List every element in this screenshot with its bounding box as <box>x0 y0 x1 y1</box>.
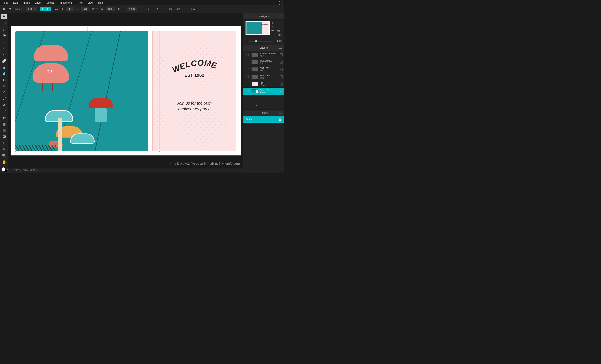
nav-h-label: H: <box>271 34 274 36</box>
layer-grip-icon[interactable]: ⋮⋮ <box>245 68 250 70</box>
layer-name: EST 1962.. <box>260 67 278 69</box>
tool-crop[interactable] <box>1 39 7 44</box>
menu-filter[interactable]: Filter <box>74 0 85 5</box>
foreground-color-swatch[interactable] <box>1 167 6 171</box>
selection-outline[interactable] <box>15 31 160 151</box>
history-item[interactable]: Open 📋 <box>243 116 284 123</box>
history-minimize-icon[interactable]: — <box>279 112 282 115</box>
tool-sponge[interactable]: ☀ <box>1 84 7 89</box>
duplicate-icon[interactable]: ⧉ <box>168 7 173 11</box>
layer-type: Text <box>260 55 278 57</box>
layer-visibility-toggle[interactable]: ✓ <box>280 61 282 63</box>
aspect-fixed-button[interactable]: FIXED <box>26 7 37 11</box>
zoom-slider[interactable] <box>249 41 272 41</box>
pos-y-value[interactable]: 40 <box>81 7 89 11</box>
size-w-value[interactable]: 1200 <box>106 7 115 11</box>
est-text: EST 1962 <box>184 73 204 78</box>
swap-colors-icon[interactable]: ⇆ <box>6 168 8 170</box>
tool-liquify[interactable]: 〰 <box>1 52 7 57</box>
move-tool-icon[interactable] <box>9 7 12 11</box>
aspect-free-button[interactable]: FREE <box>40 7 51 11</box>
layer-item[interactable]: ⋮⋮ PinkShape ✓ <box>243 80 284 88</box>
tool-gradient[interactable]: ▦ <box>1 122 7 126</box>
home-icon[interactable] <box>2 7 6 11</box>
tool-clone[interactable] <box>1 65 7 69</box>
tool-eyedropper[interactable] <box>1 90 7 95</box>
tool-cutout[interactable]: ✂ <box>1 46 7 50</box>
tool-pen[interactable]: ✎ <box>1 147 7 152</box>
layer-type: Shape <box>260 77 278 79</box>
pos-x-value[interactable]: 40 <box>66 7 74 11</box>
layer-visibility-toggle[interactable]: ✓ <box>280 83 282 86</box>
layer-grip-icon[interactable]: ⋮⋮ <box>245 61 250 63</box>
tool-brush[interactable]: 🖌 <box>1 97 7 101</box>
nav-h-value: 1080 <box>276 34 280 36</box>
settings-gear-icon[interactable]: ⚙▾ <box>190 7 196 11</box>
tool-zoom[interactable]: 🔍 <box>1 153 7 158</box>
tool-replace-color[interactable] <box>1 109 7 114</box>
zoom-in-icon[interactable]: + <box>274 40 276 42</box>
undo-icon[interactable]: ↶ <box>147 7 152 11</box>
layer-visibility-toggle[interactable]: ✓ <box>280 75 282 78</box>
layer-item[interactable]: ⋮⋮ Pink crossShape ✓ <box>243 73 284 80</box>
menu-file[interactable]: File <box>2 0 11 5</box>
navigate-thumbnail[interactable]: WELCOME <box>245 21 270 35</box>
layer-add-icon[interactable]: ＋ <box>262 103 265 108</box>
welcome-text: WELCOME <box>171 58 218 71</box>
tool-marquee[interactable]: ▢ <box>1 20 7 25</box>
layers-minimize-icon[interactable]: — <box>279 47 282 50</box>
layer-up-icon[interactable]: ︿ <box>255 103 258 108</box>
resize-handle-tr[interactable] <box>159 30 160 32</box>
layer-visibility-toggle[interactable]: ✓ <box>280 53 282 56</box>
layer-item[interactable]: ⋮⋮ EST 1962..Text ✓ <box>243 66 284 73</box>
color-swatches[interactable]: ⇆ <box>1 167 7 173</box>
menu-adjustment[interactable]: Adjustment <box>56 0 74 5</box>
resize-handle-bl[interactable] <box>15 150 16 152</box>
panel-toggle-icon[interactable]: ❯ <box>277 0 282 5</box>
navigate-minimize-icon[interactable]: — <box>279 15 282 18</box>
tool-wand[interactable]: ✨ <box>1 33 7 38</box>
resize-handle-br[interactable] <box>159 150 160 152</box>
tool-hand[interactable]: ✋ <box>1 160 7 164</box>
pink-panel[interactable]: WELCOME EST 1962 Join us for the 60th an… <box>152 31 236 151</box>
layer-visibility-toggle[interactable]: ✓ <box>280 90 282 93</box>
resize-handle-tl[interactable] <box>15 30 16 32</box>
menubar: File Edit Image Layer Select Adjustment … <box>0 0 284 5</box>
layer-name: Join us for the 60t… <box>260 52 278 55</box>
size-h-value[interactable]: 1000 <box>127 7 137 11</box>
tool-dodge[interactable]: ◐ <box>1 78 7 82</box>
tool-lasso[interactable] <box>1 27 7 31</box>
tool-fill[interactable]: ◆▾ <box>1 115 7 120</box>
layer-grip-icon[interactable]: ⋮⋮ <box>245 54 250 56</box>
tool-shape[interactable]: ▧ <box>1 128 7 133</box>
menu-layer[interactable]: Layer <box>33 0 44 5</box>
tool-frame[interactable]: 🖼 <box>1 134 7 139</box>
canvas-document[interactable]: 19 WELCO <box>11 26 241 156</box>
menu-image[interactable]: Image <box>20 0 32 5</box>
redo-icon[interactable]: ↷ <box>154 7 160 11</box>
layer-item[interactable]: ⋮⋮ Frame 2Frame ✓ <box>243 88 284 95</box>
menu-help[interactable]: Help <box>96 0 106 5</box>
size-h-label: H <box>122 8 124 10</box>
layer-grip-icon[interactable]: ⋮⋮ <box>245 90 250 92</box>
layer-visibility-toggle[interactable]: ✓ <box>280 68 282 71</box>
layer-down-icon[interactable]: ﹀ <box>270 103 273 108</box>
zoom-percent: 69% <box>277 40 282 42</box>
tool-eraser[interactable] <box>1 103 7 108</box>
menu-edit[interactable]: Edit <box>11 0 20 5</box>
delete-icon[interactable]: 🗑 <box>176 7 181 11</box>
tool-text[interactable]: T. <box>1 141 7 146</box>
zoom-out-icon[interactable]: − <box>245 40 247 42</box>
layer-item[interactable]: ⋮⋮ Join us for the 60t…Text ✓ <box>243 51 284 59</box>
menu-select[interactable]: Select <box>44 0 56 5</box>
menu-view[interactable]: View <box>85 0 96 5</box>
layer-type: Text <box>260 69 278 72</box>
tool-heal[interactable]: 🩹 <box>1 59 7 63</box>
layer-item[interactable]: ⋮⋮ WELCOME..Text ✓ <box>243 59 284 66</box>
layer-thumbnail <box>251 82 258 86</box>
layer-grip-icon[interactable]: ⋮⋮ <box>245 76 250 78</box>
rotate-handle[interactable] <box>87 27 88 29</box>
tool-arrange[interactable] <box>1 14 7 19</box>
layer-grip-icon[interactable]: ⋮⋮ <box>245 83 250 85</box>
tool-blur[interactable]: 💧 <box>1 71 7 76</box>
